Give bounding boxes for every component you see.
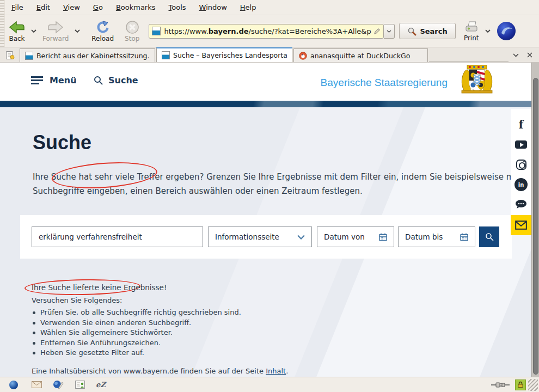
reload-button[interactable]: Reload bbox=[88, 19, 118, 44]
mail-icon[interactable] bbox=[29, 379, 44, 391]
youtube-icon[interactable] bbox=[511, 135, 531, 154]
email-icon[interactable] bbox=[511, 215, 531, 235]
menu-tools[interactable]: Tools bbox=[162, 0, 193, 15]
chevron-down-icon bbox=[297, 235, 305, 240]
print-button[interactable]: Print bbox=[460, 20, 483, 43]
window-resize-grip[interactable] bbox=[528, 379, 538, 391]
page-title: Suche bbox=[33, 131, 91, 154]
category-select[interactable]: Informationsseite bbox=[208, 226, 312, 247]
tab-favicon-duckduckgo bbox=[299, 52, 307, 60]
site-menu-button[interactable]: Menü bbox=[31, 75, 77, 85]
print-icon bbox=[464, 21, 479, 34]
calendar-icon bbox=[460, 233, 468, 241]
stop-icon bbox=[125, 20, 139, 34]
calendar-icon bbox=[379, 233, 387, 241]
toolbar-grippy[interactable] bbox=[0, 15, 5, 47]
inhalt-link[interactable]: Inhalt bbox=[266, 367, 286, 375]
site-search-button[interactable]: Suche bbox=[94, 75, 138, 85]
stop-button[interactable]: Stop bbox=[121, 19, 143, 44]
tab-duckduckgo[interactable]: ananasquitte at DuckDuckGo bbox=[293, 48, 428, 62]
site-brand: Bayerische Staatsregierung bbox=[321, 77, 448, 89]
back-button[interactable]: Back bbox=[5, 19, 29, 44]
menu-go[interactable]: Go bbox=[87, 0, 109, 15]
security-lock-icon[interactable] bbox=[515, 379, 526, 390]
tab-list-dropdown[interactable] bbox=[509, 48, 523, 62]
forward-icon bbox=[47, 20, 64, 34]
tabbar-spacer bbox=[429, 48, 509, 62]
comment-icon[interactable] bbox=[511, 195, 531, 213]
menu-help[interactable]: Help bbox=[234, 0, 263, 15]
facebook-icon[interactable]: f bbox=[511, 115, 531, 134]
suggestion-item: Heben Sie gesetzte Filter auf. bbox=[33, 348, 241, 358]
menu-window[interactable]: Window bbox=[193, 0, 234, 15]
online-status-icon[interactable] bbox=[491, 382, 510, 388]
menu-bookmarks[interactable]: Bookmarks bbox=[109, 0, 162, 15]
edit-url-icon bbox=[373, 28, 381, 35]
suggestion-item: Wählen Sie allgemeinere Stichwörter. bbox=[33, 328, 241, 338]
try-following-text: Versuchen Sie Folgendes: bbox=[32, 296, 122, 304]
back-history-dropdown[interactable] bbox=[29, 20, 39, 42]
menu-view[interactable]: View bbox=[57, 0, 87, 15]
content-overview-note: Eine Inhaltsübersicht von www.bayern.de … bbox=[32, 367, 288, 375]
suggestion-item: Verwenden Sie einen anderen Suchbegriff. bbox=[33, 318, 241, 328]
site-favicon bbox=[152, 27, 161, 35]
navigator-icon[interactable] bbox=[7, 379, 21, 391]
navigation-toolbar: Back Forward Reload bbox=[0, 15, 539, 47]
forward-button[interactable]: Forward bbox=[39, 19, 72, 44]
tab-bar: Bericht aus der Kabinettssitzung... Such… bbox=[0, 47, 539, 63]
tab-suche-active[interactable]: Suche – Bayerisches Landesportal bbox=[156, 47, 292, 62]
menu-edit[interactable]: Edit bbox=[30, 0, 57, 15]
menu-bar: File Edit View Go Bookmarks Tools Window… bbox=[0, 0, 539, 15]
url-bar[interactable]: https://www.bayern.de/suche/?kat=Bereich… bbox=[149, 24, 384, 39]
social-rail: f in bbox=[511, 109, 531, 235]
suggestion-list: Prüfen Sie, ob alle Suchbegriffe richtig… bbox=[33, 308, 241, 358]
linkedin-icon[interactable]: in bbox=[511, 175, 531, 194]
print-dropdown[interactable] bbox=[483, 20, 493, 42]
toolbar-grippy[interactable] bbox=[0, 0, 5, 15]
search-form-card: Informationsseite Datum von Datum bis bbox=[20, 215, 512, 259]
chatzilla-icon[interactable]: eZ bbox=[94, 379, 108, 391]
addressbook-icon[interactable] bbox=[73, 379, 87, 391]
date-to-field[interactable]: Datum bis bbox=[398, 226, 475, 247]
header-accent-bar bbox=[0, 101, 539, 107]
hamburger-icon bbox=[31, 76, 43, 84]
url-text: https://www.bayern.de/suche/?kat=Bereich… bbox=[164, 27, 371, 35]
submit-search-button[interactable] bbox=[479, 226, 499, 247]
status-bar: eZ bbox=[0, 377, 539, 392]
search-query-input[interactable] bbox=[32, 226, 203, 247]
close-tab-icon[interactable] bbox=[523, 48, 537, 62]
browser-window: File Edit View Go Bookmarks Tools Window… bbox=[0, 0, 539, 392]
bavaria-coat-of-arms bbox=[454, 64, 500, 95]
page-scrollbar[interactable] bbox=[531, 63, 539, 377]
suggestion-item: Prüfen Sie, ob alle Suchbegriffe richtig… bbox=[33, 308, 241, 318]
browser-viewport: Menü Suche Bayerische Staatsregierung bbox=[0, 63, 539, 377]
tab-kabinettssitzung[interactable]: Bericht aus der Kabinettssitzung... bbox=[20, 48, 155, 62]
menu-file[interactable]: File bbox=[5, 0, 30, 15]
seamonkey-logo bbox=[497, 22, 516, 40]
tab-favicon bbox=[162, 51, 170, 59]
no-results-text: Ihre Suche lieferte keine Ergebnisse! bbox=[32, 283, 167, 292]
date-from-field[interactable]: Datum von bbox=[317, 226, 394, 247]
back-icon bbox=[9, 20, 25, 34]
tab-favicon bbox=[25, 52, 33, 60]
search-icon bbox=[407, 27, 416, 36]
web-search-button[interactable]: Search bbox=[399, 23, 455, 39]
composer-icon[interactable] bbox=[51, 379, 65, 391]
magnifier-icon bbox=[94, 76, 103, 85]
instagram-icon[interactable] bbox=[511, 155, 531, 174]
new-tab-icon[interactable] bbox=[2, 48, 18, 62]
url-history-dropdown[interactable] bbox=[384, 24, 395, 39]
magnifier-icon bbox=[485, 232, 494, 241]
reload-icon bbox=[96, 20, 110, 34]
site-header: Menü Suche Bayerische Staatsregierung bbox=[0, 63, 539, 101]
page-main: Suche Ihre Suche hat sehr viele Treffer … bbox=[0, 107, 539, 377]
forward-history-dropdown[interactable] bbox=[72, 20, 82, 42]
suggestion-item: Entfernen Sie Anführungszeichen. bbox=[33, 338, 241, 348]
scrollbar-thumb[interactable] bbox=[533, 78, 538, 375]
